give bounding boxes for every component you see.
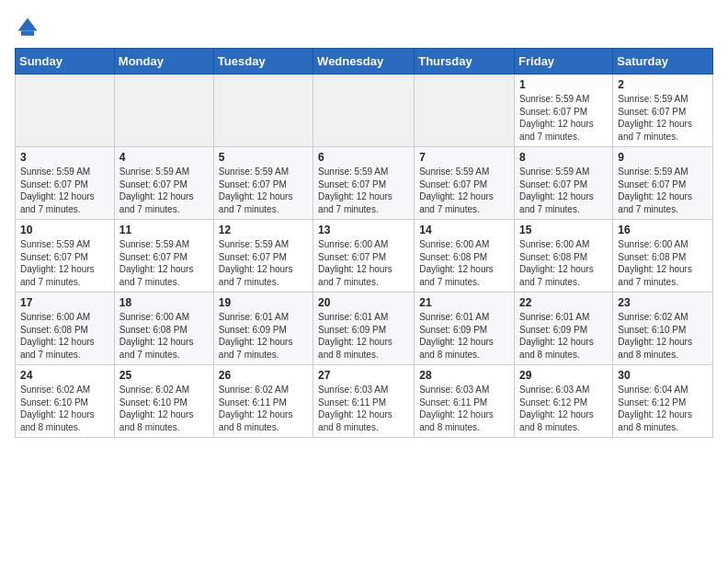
day-info: Sunrise: 6:00 AM Sunset: 6:08 PM Dayligh… (618, 238, 708, 288)
logo (15, 15, 44, 40)
day-number: 5 (219, 151, 308, 164)
calendar-week-3: 10Sunrise: 5:59 AM Sunset: 6:07 PM Dayli… (16, 220, 713, 293)
day-number: 1 (519, 78, 608, 91)
day-info: Sunrise: 5:59 AM Sunset: 6:07 PM Dayligh… (618, 93, 708, 143)
day-info: Sunrise: 6:04 AM Sunset: 6:12 PM Dayligh… (618, 384, 708, 433)
day-number: 14 (419, 224, 509, 236)
day-info: Sunrise: 6:03 AM Sunset: 6:11 PM Dayligh… (318, 384, 409, 433)
calendar-cell: 3Sunrise: 5:59 AM Sunset: 6:07 PM Daylig… (16, 147, 115, 220)
day-number: 9 (618, 151, 708, 164)
calendar-cell (415, 75, 515, 147)
calendar-cell: 9Sunrise: 5:59 AM Sunset: 6:07 PM Daylig… (613, 147, 713, 220)
day-number: 19 (219, 296, 308, 309)
day-info: Sunrise: 6:00 AM Sunset: 6:08 PM Dayligh… (419, 238, 509, 288)
day-number: 4 (119, 151, 209, 164)
day-number: 3 (20, 151, 109, 164)
svg-rect-1 (21, 31, 34, 36)
calendar-cell: 18Sunrise: 6:00 AM Sunset: 6:08 PM Dayli… (114, 293, 213, 365)
calendar-header-row: SundayMondayTuesdayWednesdayThursdayFrid… (16, 49, 713, 75)
day-number: 20 (318, 296, 409, 309)
day-info: Sunrise: 6:01 AM Sunset: 6:09 PM Dayligh… (219, 311, 308, 361)
calendar-cell: 20Sunrise: 6:01 AM Sunset: 6:09 PM Dayli… (313, 293, 415, 365)
day-number: 13 (318, 224, 409, 236)
calendar-cell: 7Sunrise: 5:59 AM Sunset: 6:07 PM Daylig… (415, 147, 515, 220)
calendar-cell: 29Sunrise: 6:03 AM Sunset: 6:12 PM Dayli… (515, 365, 613, 438)
day-number: 25 (119, 369, 209, 382)
page-header (15, 15, 713, 40)
day-number: 21 (419, 296, 509, 309)
day-number: 26 (219, 369, 308, 382)
day-number: 2 (618, 78, 708, 91)
day-info: Sunrise: 6:03 AM Sunset: 6:11 PM Dayligh… (419, 384, 509, 433)
day-number: 22 (519, 296, 608, 309)
day-header-saturday: Saturday (613, 49, 713, 75)
calendar-cell: 22Sunrise: 6:01 AM Sunset: 6:09 PM Dayli… (515, 293, 613, 365)
day-info: Sunrise: 5:59 AM Sunset: 6:07 PM Dayligh… (519, 93, 608, 143)
calendar-cell: 17Sunrise: 6:00 AM Sunset: 6:08 PM Dayli… (16, 293, 115, 365)
calendar-cell: 10Sunrise: 5:59 AM Sunset: 6:07 PM Dayli… (16, 220, 115, 293)
logo-icon (15, 15, 40, 40)
calendar-cell: 13Sunrise: 6:00 AM Sunset: 6:07 PM Dayli… (313, 220, 415, 293)
calendar-week-2: 3Sunrise: 5:59 AM Sunset: 6:07 PM Daylig… (16, 147, 713, 220)
calendar-cell: 12Sunrise: 5:59 AM Sunset: 6:07 PM Dayli… (213, 220, 313, 293)
calendar-cell: 25Sunrise: 6:02 AM Sunset: 6:10 PM Dayli… (114, 365, 213, 438)
day-number: 7 (419, 151, 509, 164)
day-header-wednesday: Wednesday (313, 49, 415, 75)
day-info: Sunrise: 6:01 AM Sunset: 6:09 PM Dayligh… (318, 311, 409, 361)
calendar-cell: 24Sunrise: 6:02 AM Sunset: 6:10 PM Dayli… (16, 365, 115, 438)
day-info: Sunrise: 5:59 AM Sunset: 6:07 PM Dayligh… (419, 166, 509, 215)
day-number: 27 (318, 369, 409, 382)
day-number: 16 (618, 224, 708, 236)
day-info: Sunrise: 6:03 AM Sunset: 6:12 PM Dayligh… (519, 384, 608, 433)
calendar-cell: 4Sunrise: 5:59 AM Sunset: 6:07 PM Daylig… (114, 147, 213, 220)
day-number: 6 (318, 151, 409, 164)
calendar-cell (213, 75, 313, 147)
day-number: 10 (20, 224, 109, 236)
calendar-week-1: 1Sunrise: 5:59 AM Sunset: 6:07 PM Daylig… (16, 75, 713, 147)
calendar-cell: 16Sunrise: 6:00 AM Sunset: 6:08 PM Dayli… (613, 220, 713, 293)
calendar-cell: 1Sunrise: 5:59 AM Sunset: 6:07 PM Daylig… (515, 75, 613, 147)
day-info: Sunrise: 6:01 AM Sunset: 6:09 PM Dayligh… (519, 311, 608, 361)
calendar-cell: 11Sunrise: 5:59 AM Sunset: 6:07 PM Dayli… (114, 220, 213, 293)
day-number: 29 (519, 369, 608, 382)
calendar-cell: 28Sunrise: 6:03 AM Sunset: 6:11 PM Dayli… (415, 365, 515, 438)
day-info: Sunrise: 5:59 AM Sunset: 6:07 PM Dayligh… (318, 166, 409, 215)
day-number: 30 (618, 369, 708, 382)
calendar-cell: 26Sunrise: 6:02 AM Sunset: 6:11 PM Dayli… (213, 365, 313, 438)
day-info: Sunrise: 5:59 AM Sunset: 6:07 PM Dayligh… (519, 166, 608, 215)
day-number: 8 (519, 151, 608, 164)
calendar-table: SundayMondayTuesdayWednesdayThursdayFrid… (15, 48, 713, 438)
day-header-friday: Friday (515, 49, 613, 75)
calendar-cell: 21Sunrise: 6:01 AM Sunset: 6:09 PM Dayli… (415, 293, 515, 365)
calendar-cell: 23Sunrise: 6:02 AM Sunset: 6:10 PM Dayli… (613, 293, 713, 365)
calendar-cell: 30Sunrise: 6:04 AM Sunset: 6:12 PM Dayli… (613, 365, 713, 438)
day-info: Sunrise: 5:59 AM Sunset: 6:07 PM Dayligh… (20, 238, 109, 288)
day-number: 23 (618, 296, 708, 309)
day-number: 24 (20, 369, 109, 382)
day-info: Sunrise: 5:59 AM Sunset: 6:07 PM Dayligh… (119, 238, 209, 288)
day-info: Sunrise: 6:02 AM Sunset: 6:10 PM Dayligh… (20, 384, 109, 433)
day-header-monday: Monday (114, 49, 213, 75)
day-info: Sunrise: 6:00 AM Sunset: 6:08 PM Dayligh… (119, 311, 209, 361)
calendar-cell (313, 75, 415, 147)
day-info: Sunrise: 6:02 AM Sunset: 6:10 PM Dayligh… (618, 311, 708, 361)
calendar-cell: 15Sunrise: 6:00 AM Sunset: 6:08 PM Dayli… (515, 220, 613, 293)
day-number: 28 (419, 369, 509, 382)
day-info: Sunrise: 5:59 AM Sunset: 6:07 PM Dayligh… (618, 166, 708, 215)
calendar-cell: 8Sunrise: 5:59 AM Sunset: 6:07 PM Daylig… (515, 147, 613, 220)
calendar-week-5: 24Sunrise: 6:02 AM Sunset: 6:10 PM Dayli… (16, 365, 713, 438)
day-number: 11 (119, 224, 209, 236)
calendar-cell: 6Sunrise: 5:59 AM Sunset: 6:07 PM Daylig… (313, 147, 415, 220)
day-info: Sunrise: 5:59 AM Sunset: 6:07 PM Dayligh… (119, 166, 209, 215)
day-info: Sunrise: 5:59 AM Sunset: 6:07 PM Dayligh… (20, 166, 109, 215)
day-header-tuesday: Tuesday (213, 49, 313, 75)
day-info: Sunrise: 6:00 AM Sunset: 6:08 PM Dayligh… (519, 238, 608, 288)
day-info: Sunrise: 6:00 AM Sunset: 6:08 PM Dayligh… (20, 311, 109, 361)
day-info: Sunrise: 6:02 AM Sunset: 6:11 PM Dayligh… (219, 384, 308, 433)
calendar-cell (114, 75, 213, 147)
day-info: Sunrise: 6:01 AM Sunset: 6:09 PM Dayligh… (419, 311, 509, 361)
calendar-cell: 19Sunrise: 6:01 AM Sunset: 6:09 PM Dayli… (213, 293, 313, 365)
day-info: Sunrise: 6:00 AM Sunset: 6:07 PM Dayligh… (318, 238, 409, 288)
calendar-cell: 2Sunrise: 5:59 AM Sunset: 6:07 PM Daylig… (613, 75, 713, 147)
calendar-cell: 14Sunrise: 6:00 AM Sunset: 6:08 PM Dayli… (415, 220, 515, 293)
